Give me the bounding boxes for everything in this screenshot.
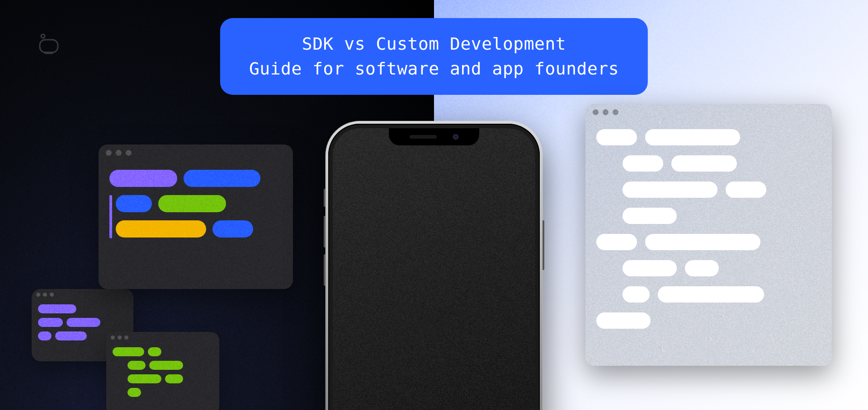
traffic-light-icon xyxy=(111,335,115,340)
code-token xyxy=(212,220,253,238)
svg-rect-1 xyxy=(40,40,58,52)
chat-bubble-logo-icon xyxy=(36,32,61,57)
code-token xyxy=(645,234,760,250)
code-token xyxy=(596,234,637,250)
code-line xyxy=(38,318,127,327)
traffic-light-icon xyxy=(603,109,609,115)
code-line xyxy=(596,129,821,145)
code-token xyxy=(116,220,206,238)
code-token xyxy=(66,318,100,327)
phone-bezel xyxy=(328,124,540,410)
code-token xyxy=(158,195,226,212)
traffic-light-icon xyxy=(118,335,122,340)
traffic-light-icon xyxy=(36,293,40,297)
phone-volume-down xyxy=(324,254,326,286)
traffic-light-icon xyxy=(50,293,54,297)
svg-point-0 xyxy=(41,34,45,38)
code-token xyxy=(38,331,52,340)
phone-screen xyxy=(333,128,535,410)
phone-mockup xyxy=(326,121,542,410)
code-body-light xyxy=(585,120,832,348)
code-token xyxy=(38,318,63,327)
phone-camera-icon xyxy=(453,134,458,140)
code-line xyxy=(116,195,282,212)
cursor-icon xyxy=(109,195,112,238)
window-titlebar xyxy=(585,104,832,120)
phone-volume-up xyxy=(324,216,326,247)
phone-notch xyxy=(389,128,479,145)
code-token xyxy=(127,388,141,397)
code-line xyxy=(38,304,127,313)
code-line xyxy=(113,374,213,383)
code-token xyxy=(596,312,651,329)
title-line-1: SDK vs Custom Development xyxy=(249,32,619,56)
code-token xyxy=(726,182,766,198)
code-body xyxy=(99,161,293,255)
code-body xyxy=(106,343,219,406)
code-token xyxy=(127,374,161,383)
code-block xyxy=(109,195,282,246)
code-token xyxy=(184,170,260,187)
code-window-dark-small-2 xyxy=(106,332,219,410)
code-line xyxy=(113,388,213,397)
code-token xyxy=(685,260,719,276)
code-token xyxy=(109,170,177,187)
phone-power-button xyxy=(542,220,544,270)
code-token xyxy=(127,361,146,370)
code-token xyxy=(149,361,183,370)
code-line xyxy=(596,312,821,329)
code-line xyxy=(109,170,282,187)
window-titlebar xyxy=(99,144,293,161)
code-token xyxy=(658,286,764,303)
code-line xyxy=(116,220,282,238)
code-token xyxy=(148,347,161,356)
phone-speaker-icon xyxy=(410,135,437,139)
code-line xyxy=(596,286,821,303)
code-token xyxy=(116,195,152,212)
code-token xyxy=(623,208,677,224)
traffic-light-icon xyxy=(124,335,128,340)
code-token xyxy=(38,304,76,313)
traffic-light-icon xyxy=(613,109,618,115)
code-line xyxy=(113,347,213,356)
traffic-light-icon xyxy=(43,293,47,297)
traffic-light-icon xyxy=(116,150,122,156)
window-titlebar xyxy=(32,289,133,300)
traffic-light-icon xyxy=(126,150,132,156)
title-banner: SDK vs Custom Development Guide for soft… xyxy=(220,18,648,95)
code-line xyxy=(113,361,213,370)
traffic-light-icon xyxy=(593,109,599,115)
code-token xyxy=(623,155,663,172)
code-inner xyxy=(116,195,282,246)
code-token xyxy=(623,182,717,198)
code-token xyxy=(55,331,87,340)
code-line xyxy=(596,155,821,172)
code-line xyxy=(596,182,821,198)
code-token xyxy=(623,260,677,276)
code-token xyxy=(623,286,650,303)
code-window-light xyxy=(585,104,832,366)
code-token xyxy=(596,129,637,145)
code-line xyxy=(596,234,821,250)
title-line-2: Guide for software and app founders xyxy=(249,56,619,81)
traffic-light-icon xyxy=(106,150,112,156)
window-titlebar xyxy=(106,332,219,343)
code-window-dark-main xyxy=(99,144,293,289)
code-token xyxy=(671,155,737,172)
code-token xyxy=(645,129,740,145)
code-token xyxy=(165,374,183,383)
code-token xyxy=(113,347,144,356)
code-line xyxy=(596,260,821,276)
code-line xyxy=(596,208,821,224)
phone-mute-switch xyxy=(324,189,326,207)
